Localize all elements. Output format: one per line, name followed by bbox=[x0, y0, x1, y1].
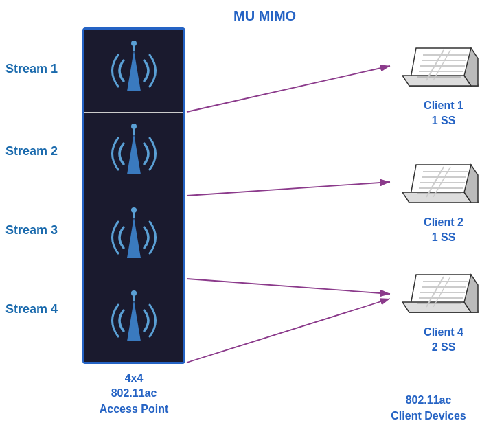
client-4-label: Client 4 2 SS bbox=[402, 325, 485, 356]
ap-label: 4x4 802.11ac Access Point bbox=[82, 371, 185, 417]
svg-marker-0 bbox=[127, 50, 141, 91]
tablet-icon-2 bbox=[402, 154, 485, 209]
antenna-cell-1 bbox=[84, 30, 183, 113]
stream-3-label: Stream 3 bbox=[5, 223, 58, 238]
client-1-label: Client 1 1 SS bbox=[402, 98, 485, 129]
diagram: MU MIMO Stream 1 Stream 2 Stream 3 Strea… bbox=[0, 0, 504, 436]
svg-point-2 bbox=[131, 41, 137, 46]
client-1: Client 1 1 SS bbox=[402, 38, 485, 129]
stream-1-label: Stream 1 bbox=[5, 62, 58, 76]
tablet-icon-1 bbox=[402, 38, 485, 93]
client-2-label: Client 2 1 SS bbox=[402, 215, 485, 246]
svg-line-44 bbox=[187, 182, 390, 196]
svg-point-5 bbox=[131, 124, 137, 129]
stream-4-label: Stream 4 bbox=[5, 302, 58, 317]
svg-point-8 bbox=[131, 207, 137, 213]
access-point-box bbox=[82, 27, 185, 364]
svg-point-11 bbox=[131, 290, 137, 296]
svg-marker-9 bbox=[127, 300, 141, 341]
mu-mimo-label: MU MIMO bbox=[233, 8, 296, 24]
svg-line-46 bbox=[187, 299, 390, 363]
antenna-cell-3 bbox=[84, 196, 183, 279]
client-devices-label: 802.11ac Client Devices bbox=[374, 393, 483, 424]
antenna-icon-3 bbox=[103, 207, 165, 268]
antenna-icon-2 bbox=[103, 123, 165, 185]
antenna-cell-2 bbox=[84, 113, 183, 196]
antenna-icon-1 bbox=[103, 40, 165, 102]
svg-marker-3 bbox=[127, 133, 141, 174]
svg-line-45 bbox=[187, 279, 390, 294]
client-4: Client 4 2 SS bbox=[402, 264, 485, 356]
antenna-cell-4 bbox=[84, 279, 183, 362]
client-2: Client 2 1 SS bbox=[402, 154, 485, 246]
tablet-icon-4 bbox=[402, 264, 485, 319]
svg-marker-6 bbox=[127, 217, 141, 258]
antenna-icon-4 bbox=[103, 290, 165, 352]
stream-2-label: Stream 2 bbox=[5, 144, 58, 159]
svg-line-43 bbox=[187, 66, 390, 112]
